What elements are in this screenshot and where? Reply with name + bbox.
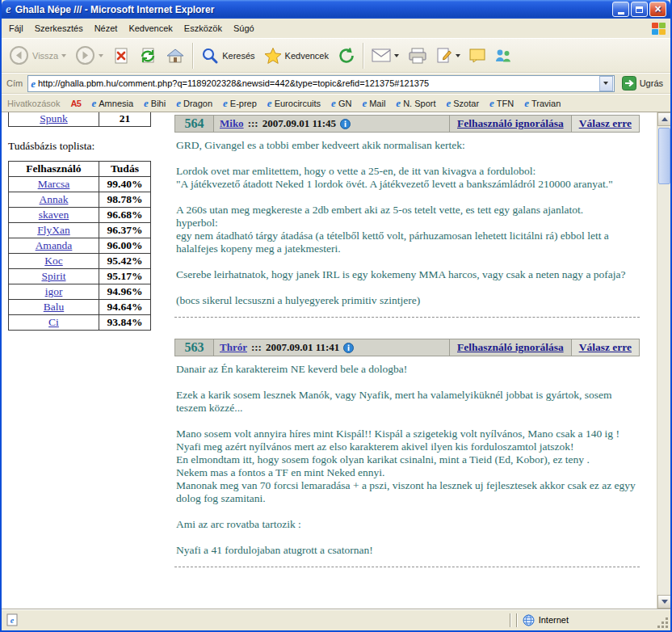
- reply-link[interactable]: Válasz erre: [579, 117, 632, 130]
- info-icon[interactable]: [343, 343, 354, 353]
- user-link[interactable]: skaven: [39, 209, 69, 221]
- search-label: Keresés: [222, 51, 254, 61]
- menu-view[interactable]: Nézet: [89, 20, 124, 36]
- user-link[interactable]: Ci: [48, 316, 59, 328]
- links-bar-item-gn[interactable]: eGN: [331, 98, 351, 108]
- ie-favicon-icon: e: [362, 98, 367, 108]
- menu-help[interactable]: Súgó: [228, 20, 260, 36]
- go-button[interactable]: Ugrás: [620, 76, 666, 91]
- user-link[interactable]: Marcsa: [38, 178, 70, 190]
- title-bar[interactable]: e Ghalla Népe /// - Microsoft Internet E…: [2, 0, 670, 19]
- user-link[interactable]: Koc: [44, 255, 63, 267]
- menu-tools[interactable]: Eszközök: [178, 20, 228, 36]
- address-input[interactable]: [38, 78, 597, 88]
- messenger-icon: [494, 48, 512, 64]
- link-label: Szotar: [453, 99, 479, 108]
- user-link[interactable]: Amanda: [36, 239, 73, 251]
- mail-dropdown-icon[interactable]: [394, 54, 399, 57]
- links-bar-item-eurocircuits[interactable]: eEurocircuits: [267, 98, 321, 108]
- address-input-box[interactable]: e: [27, 75, 614, 92]
- scroll-down-button[interactable]: [657, 595, 670, 609]
- close-button[interactable]: ×: [649, 2, 666, 17]
- links-bar-item-mail[interactable]: eMail: [362, 98, 385, 108]
- knowledge-value: 93.84%: [99, 315, 151, 331]
- address-dropdown-button[interactable]: [599, 76, 613, 91]
- user-link[interactable]: igor: [45, 285, 63, 297]
- links-bar-item-dragon[interactable]: eDragon: [176, 98, 212, 108]
- links-bar-item-eprep[interactable]: eE-prep: [223, 98, 257, 108]
- user-link[interactable]: Balu: [44, 301, 65, 313]
- links-bar: Hivatkozások A5 eAmnesia eBihi eDragon e…: [2, 94, 670, 112]
- table-header-row: Felhasználó Tudás: [9, 162, 151, 177]
- favorites-button[interactable]: Kedvencek: [260, 41, 333, 70]
- user-link[interactable]: FlyXan: [37, 224, 70, 236]
- resize-grip[interactable]: [658, 618, 670, 630]
- discuss-button[interactable]: [465, 41, 489, 70]
- status-separator: [516, 613, 518, 627]
- favorites-star-icon: [264, 47, 282, 65]
- stop-button[interactable]: [108, 41, 134, 70]
- forum-post-564: 564 Miko ::: 2007.09.01 11:45 Felhasznál…: [174, 115, 640, 318]
- ie-favicon-icon: e: [396, 98, 401, 108]
- maximize-button[interactable]: [631, 2, 648, 17]
- history-button[interactable]: [334, 41, 359, 70]
- menu-file[interactable]: Fájl: [3, 20, 29, 36]
- links-bar-item-nsport[interactable]: eN. Sport: [396, 98, 435, 108]
- refresh-button[interactable]: [135, 41, 161, 70]
- window-controls: ×: [612, 2, 666, 17]
- search-button[interactable]: Keresés: [197, 41, 258, 70]
- info-icon[interactable]: [340, 119, 351, 129]
- back-button[interactable]: Vissza: [5, 41, 70, 70]
- link-label: Bihi: [151, 99, 166, 108]
- page-content: Spunk 21 Tudásbázis toplista: Felhasznál…: [2, 112, 670, 609]
- edit-button[interactable]: [432, 41, 464, 70]
- reply-cell: Válasz erre: [571, 116, 639, 132]
- ie-favicon-icon: e: [524, 98, 529, 108]
- vertical-scrollbar[interactable]: [657, 112, 670, 609]
- edit-dropdown-icon[interactable]: [456, 54, 460, 57]
- internet-globe-icon: [523, 614, 535, 626]
- knowledge-value: 95.17%: [99, 269, 151, 284]
- post-author-link[interactable]: Thrór: [220, 341, 247, 354]
- print-button[interactable]: [404, 41, 431, 70]
- forward-button[interactable]: [71, 41, 107, 70]
- user-link-spunk[interactable]: Spunk: [40, 112, 68, 124]
- menu-edit[interactable]: Szerkesztés: [29, 20, 89, 36]
- home-button[interactable]: [162, 41, 189, 70]
- refresh-icon: [139, 47, 157, 65]
- mail-button[interactable]: [368, 41, 403, 70]
- table-row: Koc95.42%: [9, 254, 151, 269]
- scrollbar-thumb[interactable]: [658, 128, 670, 184]
- table-row: Marcsa99.40%: [9, 177, 151, 192]
- links-bar-item-bihi[interactable]: eBihi: [144, 98, 166, 108]
- post-header: 563 Thrór ::: 2007.09.01 11:41 Felhaszná…: [174, 339, 640, 356]
- ie-favicon-icon: e: [223, 98, 228, 108]
- table-row: FlyXan96.37%: [9, 223, 151, 238]
- home-icon: [166, 47, 185, 65]
- toolbar-separator: [363, 43, 364, 69]
- links-bar-item-a5[interactable]: A5: [70, 99, 81, 108]
- ignore-user-link[interactable]: Felhasználó ignorálása: [457, 341, 564, 354]
- links-bar-item-travian[interactable]: eTravian: [524, 98, 561, 108]
- link-label: TFN: [497, 99, 514, 108]
- ignore-user-link[interactable]: Felhasználó ignorálása: [457, 117, 564, 130]
- menu-favorites[interactable]: Kedvencek: [123, 20, 178, 36]
- links-bar-item-amnesia[interactable]: eAmnesia: [91, 98, 133, 108]
- user-link[interactable]: Annak: [40, 193, 69, 205]
- user-link[interactable]: Spirit: [41, 270, 65, 282]
- post-author-link[interactable]: Miko: [220, 117, 244, 130]
- reply-link[interactable]: Válasz erre: [579, 341, 632, 354]
- minimize-button[interactable]: [612, 2, 629, 17]
- links-bar-item-tfn[interactable]: eTFN: [489, 98, 514, 108]
- back-dropdown-icon[interactable]: [61, 54, 66, 57]
- forum-post-563: 563 Thrór ::: 2007.09.01 11:41 Felhaszná…: [174, 339, 640, 567]
- forward-icon: [75, 45, 95, 65]
- links-bar-item-szotar[interactable]: eSzotar: [446, 98, 479, 108]
- table-row: Amanda96.00%: [9, 238, 151, 254]
- mail-icon: [372, 48, 391, 62]
- messenger-button[interactable]: [490, 41, 516, 70]
- post-number: 563: [175, 339, 214, 356]
- forward-dropdown-icon[interactable]: [99, 54, 103, 57]
- scroll-up-button[interactable]: [657, 112, 670, 126]
- ie-favicon-icon: e: [446, 98, 451, 108]
